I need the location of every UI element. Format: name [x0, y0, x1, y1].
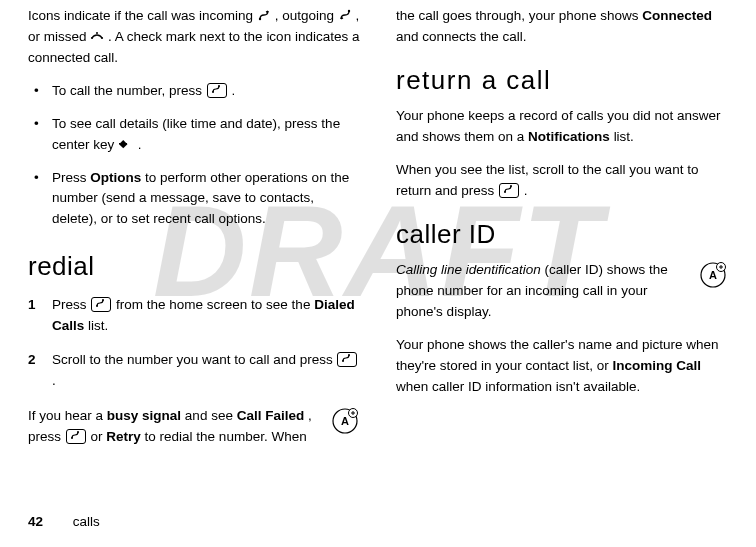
connected-label: Connected [642, 8, 712, 23]
caller-id-paragraph-1: A Calling line identification (caller ID… [396, 260, 728, 323]
page-number: 42 [28, 514, 43, 529]
busy-text: and see [185, 408, 237, 423]
intro-text-b: , outgoing [275, 8, 338, 23]
bullet-text: To see call details (like time and date)… [52, 116, 340, 152]
intro-text-a: Icons indicate if the call was incoming [28, 8, 257, 23]
section-name: calls [73, 514, 100, 529]
step-1: 1 Press from the home screen to see the … [28, 295, 360, 337]
ret-text: . [524, 183, 528, 198]
return-call-heading: return a call [396, 60, 728, 100]
svg-point-15 [77, 431, 79, 433]
svg-point-3 [101, 37, 103, 39]
busy-signal-paragraph: A If you hear a busy signal and see Call… [28, 406, 360, 448]
feature-availability-badge: A [330, 406, 360, 436]
missed-call-icon [90, 29, 104, 43]
busy-text: If you hear a [28, 408, 107, 423]
svg-point-1 [348, 10, 350, 12]
ret-text: When you see the list, scroll to the cal… [396, 162, 698, 198]
feature-availability-badge: A [698, 260, 728, 290]
page-footer: 42 calls [28, 512, 100, 533]
cont-text: and connects the call. [396, 29, 527, 44]
return-paragraph-1: Your phone keeps a record of calls you d… [396, 106, 728, 148]
send-key-icon [66, 429, 86, 444]
intro-paragraph: Icons indicate if the call was incoming … [28, 6, 360, 69]
svg-text:A: A [709, 269, 717, 281]
retry-label: Retry [106, 429, 141, 444]
send-key-icon [91, 297, 111, 312]
step-text: list. [88, 318, 108, 333]
busy-text: or [91, 429, 107, 444]
calling-line-id-term: Calling line identification [396, 262, 541, 277]
svg-point-2 [91, 37, 93, 39]
continuation-paragraph: the call goes through, your phone shows … [396, 6, 728, 48]
busy-signal-label: busy signal [107, 408, 181, 423]
call-failed-label: Call Failed [237, 408, 305, 423]
caller-id-heading: caller ID [396, 214, 728, 254]
svg-point-17 [510, 185, 512, 187]
svg-point-9 [342, 360, 344, 362]
send-key-icon [207, 83, 227, 98]
send-key-icon [499, 183, 519, 198]
redial-heading: redial [28, 246, 360, 286]
cont-text: the call goes through, your phone shows [396, 8, 642, 23]
outgoing-call-icon [338, 8, 352, 22]
bullet-call-details: To see call details (like time and date)… [28, 114, 360, 156]
send-key-icon [337, 352, 357, 367]
left-column: Icons indicate if the call was incoming … [28, 6, 360, 460]
step-number: 2 [28, 350, 36, 371]
options-label: Options [90, 170, 141, 185]
step-text: . [52, 373, 56, 388]
svg-text:A: A [341, 415, 349, 427]
svg-point-0 [259, 18, 261, 20]
svg-point-4 [96, 32, 98, 34]
step-text: Press [52, 297, 90, 312]
bullet-options: Press Options to perform other operation… [28, 168, 360, 231]
ret-text: list. [614, 129, 634, 144]
step-2: 2 Scroll to the number you want to call … [28, 350, 360, 392]
incoming-call-label: Incoming Call [612, 358, 701, 373]
notifications-label: Notifications [528, 129, 610, 144]
svg-point-14 [71, 437, 73, 439]
svg-point-7 [96, 305, 98, 307]
step-number: 1 [28, 295, 36, 316]
right-column: the call goes through, your phone shows … [396, 6, 728, 460]
bullet-call-number: To call the number, press . [28, 81, 360, 102]
step-text: from the home screen to see the [116, 297, 314, 312]
cid-text: when caller ID information isn't availab… [396, 379, 640, 394]
busy-text: to redial the number. When [145, 429, 307, 444]
redial-steps: 1 Press from the home screen to see the … [28, 295, 360, 393]
svg-point-5 [212, 91, 214, 93]
bullet-list: To call the number, press . To see call … [28, 81, 360, 231]
svg-point-16 [504, 191, 506, 193]
svg-point-6 [218, 85, 220, 87]
return-paragraph-2: When you see the list, scroll to the cal… [396, 160, 728, 202]
bullet-text: . [232, 83, 236, 98]
step-text: Scroll to the number you want to call an… [52, 352, 336, 367]
bullet-text: Press [52, 170, 90, 185]
incoming-call-icon [257, 8, 271, 22]
bullet-text: To call the number, press [52, 83, 206, 98]
svg-point-10 [348, 354, 350, 356]
center-key-icon: ·◆· [118, 135, 134, 152]
bullet-text: . [138, 137, 142, 152]
svg-point-8 [102, 299, 104, 301]
caller-id-paragraph-2: Your phone shows the caller's name and p… [396, 335, 728, 398]
